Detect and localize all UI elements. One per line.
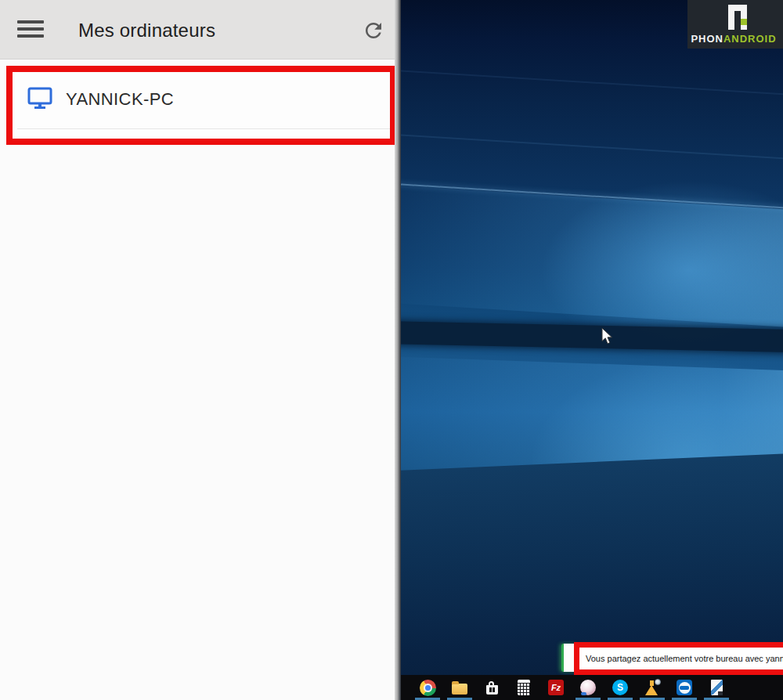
phonandroid-logo-text: PHONANDROID: [687, 33, 780, 45]
taskbar-teamviewer-icon[interactable]: [676, 675, 693, 700]
sharing-status-text: Vous partagez actuellement votre bureau …: [579, 654, 783, 663]
phonandroid-logo-icon: [728, 5, 747, 30]
app-header: Mes ordinateurs: [0, 0, 396, 60]
windows-taskbar: Fz S: [401, 675, 783, 700]
page-title: Mes ordinateurs: [78, 20, 215, 41]
chrome-remote-desktop-screen: Mes ordinateurs YANNICK-PC: [0, 0, 783, 700]
taskbar-windows-store-icon[interactable]: [483, 675, 500, 700]
computer-list-item[interactable]: YANNICK-PC: [13, 72, 390, 127]
computer-name: YANNICK-PC: [66, 89, 174, 110]
annotation-box-computer: YANNICK-PC: [6, 66, 396, 145]
phonandroid-watermark: PHONANDROID: [687, 0, 783, 49]
taskbar-file-explorer-icon[interactable]: [451, 675, 468, 700]
taskbar-round-app-icon[interactable]: [579, 675, 597, 700]
panel-divider: [395, 0, 401, 700]
taskbar-calculator-icon[interactable]: [515, 675, 532, 700]
taskbar-document-app-icon[interactable]: [708, 675, 725, 700]
remote-desktop-view[interactable]: PHONANDROID Vous partagez actuellement v…: [401, 0, 783, 700]
annotation-box-share-toast: Vous partagez actuellement votre bureau …: [574, 642, 783, 675]
taskbar-skype-icon[interactable]: S: [612, 675, 629, 700]
refresh-icon[interactable]: [362, 19, 385, 42]
list-divider: [17, 128, 390, 129]
desktop-computer-icon: [27, 86, 53, 111]
windows-wallpaper: [401, 0, 783, 675]
taskbar-chrome-icon[interactable]: [419, 675, 436, 700]
taskbar-filezilla-icon[interactable]: Fz: [547, 675, 565, 700]
mouse-cursor: [601, 327, 615, 346]
menu-icon[interactable]: [17, 20, 44, 39]
computers-panel: Mes ordinateurs YANNICK-PC: [0, 0, 396, 700]
taskbar-flask-app-icon[interactable]: [644, 675, 661, 700]
